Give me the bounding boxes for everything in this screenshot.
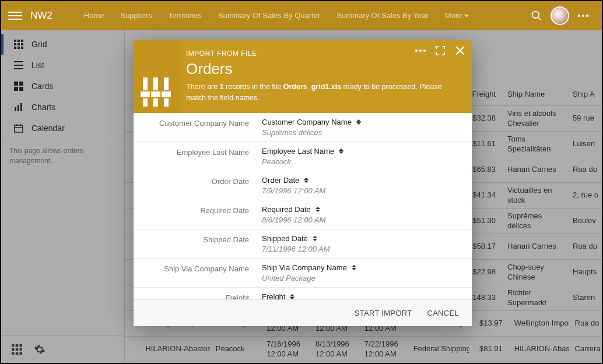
menu-icon[interactable] — [8, 9, 22, 23]
field-mapping-select[interactable]: Ship Via Company Name — [262, 263, 462, 272]
field-row: Order Date Order Date 7/9/1996 12:00 AM — [134, 171, 472, 200]
svg-line-1 — [538, 17, 541, 20]
modal-more-icon[interactable] — [415, 45, 426, 56]
nav-more-label: More — [445, 1, 462, 30]
close-icon[interactable] — [454, 45, 466, 56]
modal-body[interactable]: Customer Company Name Customer Company N… — [134, 113, 472, 299]
sort-icon — [313, 236, 317, 241]
sort-icon — [290, 294, 295, 299]
svg-rect-37 — [141, 91, 150, 97]
nav-suppliers[interactable]: Suppliers — [112, 1, 160, 30]
topbar: NW2 Home Suppliers Territories Summary O… — [1, 1, 602, 30]
nav-more[interactable]: More — [437, 1, 478, 30]
field-mapping-select[interactable]: Employee Last Name — [262, 147, 462, 156]
nav-territories[interactable]: Territories — [160, 1, 210, 30]
svg-rect-36 — [164, 77, 169, 90]
nav-home[interactable]: Home — [76, 1, 113, 30]
fullscreen-icon[interactable] — [434, 45, 446, 56]
caret-down-icon — [464, 15, 469, 17]
field-row: Shipped Date Shipped Date 7/11/1996 12:0… — [134, 229, 472, 259]
sort-icon — [356, 119, 361, 125]
field-sample-value: Suprêmes délices — [262, 128, 462, 137]
field-mapping-select[interactable]: Shipped Date — [262, 234, 462, 243]
sort-icon — [352, 265, 356, 270]
sort-icon — [315, 207, 320, 212]
field-sample-value: 7/9/1996 12:00 AM — [262, 186, 462, 195]
field-sample-value: United Package — [262, 274, 462, 282]
field-mapping-select[interactable]: Customer Company Name — [262, 118, 462, 126]
sort-icon — [304, 178, 308, 183]
svg-rect-40 — [143, 98, 148, 107]
nav-summary-year[interactable]: Summary Of Sales By Year — [328, 1, 437, 30]
field-sample-value: Peacock — [262, 157, 462, 166]
start-import-button[interactable]: START IMPORT — [355, 309, 412, 317]
svg-rect-34 — [143, 77, 148, 90]
field-row: Freight Freight $51.30 — [134, 288, 472, 299]
field-mapping-select[interactable]: Required Date — [262, 205, 462, 214]
field-mapping-select[interactable]: Freight — [262, 292, 462, 299]
field-row: Customer Company Name Customer Company N… — [134, 113, 472, 142]
field-row: Ship Via Company Name Ship Via Company N… — [134, 259, 472, 288]
avatar[interactable] — [548, 1, 572, 30]
svg-rect-39 — [162, 91, 171, 97]
field-label: Employee Last Name — [134, 147, 262, 166]
svg-rect-38 — [151, 91, 160, 97]
search-icon[interactable] — [525, 1, 548, 30]
field-sample-value: 8/6/1996 12:00 AM — [262, 215, 462, 224]
svg-point-0 — [532, 12, 539, 19]
field-label: Customer Company Name — [134, 118, 262, 137]
modal-header: IMPORT FROM FILE Orders There are 1 reco… — [134, 40, 472, 113]
field-label: Shipped Date — [134, 234, 262, 253]
svg-rect-41 — [153, 98, 158, 107]
svg-rect-42 — [164, 98, 169, 107]
modal-title: Orders — [186, 60, 461, 78]
field-label: Ship Via Company Name — [134, 263, 262, 282]
svg-rect-35 — [153, 77, 158, 90]
field-mapping-select[interactable]: Order Date — [262, 176, 462, 185]
nav-summary-quarter[interactable]: Summary Of Sales By Quarter — [210, 1, 329, 30]
field-row: Required Date Required Date 8/6/1996 12:… — [134, 200, 472, 229]
more-options-icon[interactable] — [572, 1, 595, 30]
field-sample-value: 7/11/1996 12:00 AM — [262, 245, 462, 253]
import-icon — [141, 75, 173, 108]
modal-description: There are 1 records in the file Orders_g… — [186, 82, 461, 104]
app-name[interactable]: NW2 — [30, 10, 52, 22]
field-label: Freight — [134, 292, 262, 299]
field-label: Required Date — [134, 205, 262, 224]
top-nav: Home Suppliers Territories Summary Of Sa… — [76, 1, 478, 30]
modal-footer: START IMPORT CANCEL — [134, 299, 472, 326]
cancel-button[interactable]: CANCEL — [427, 309, 459, 317]
sort-icon — [339, 149, 343, 154]
field-row: Employee Last Name Employee Last Name Pe… — [134, 142, 472, 171]
field-label: Order Date — [134, 176, 262, 195]
import-modal: IMPORT FROM FILE Orders There are 1 reco… — [134, 40, 472, 326]
